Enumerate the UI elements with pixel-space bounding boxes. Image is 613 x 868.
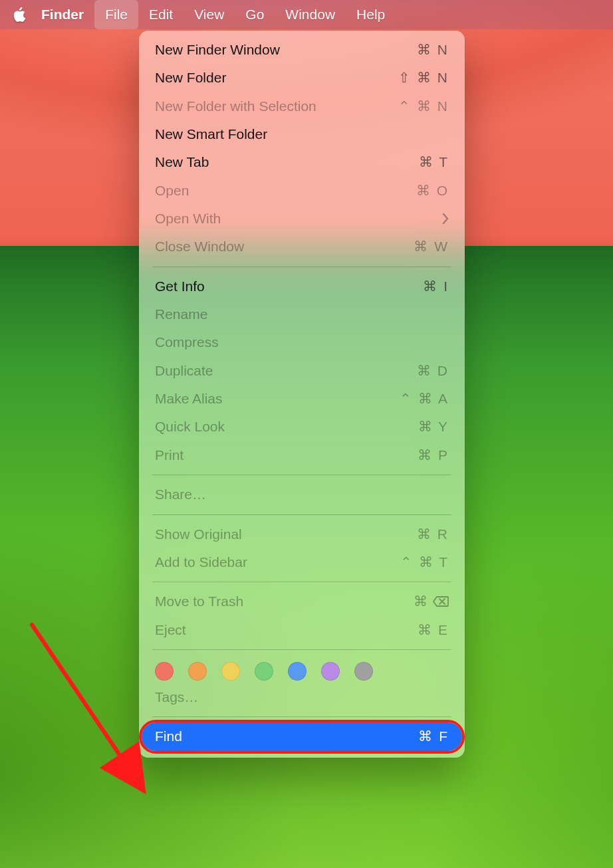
menubar-item-view[interactable]: View (184, 0, 235, 29)
menubar-item-help[interactable]: Help (346, 0, 396, 29)
menu-separator (152, 716, 451, 717)
menu-separator (152, 582, 451, 582)
menu-duplicate: Duplicate ⌘ D (139, 357, 465, 385)
menu-find[interactable]: Find ⌘ F (142, 722, 462, 750)
menu-show-original: Show Original ⌘ R (139, 520, 465, 548)
tag-color-gray[interactable] (354, 662, 373, 681)
tag-color-green[interactable] (255, 662, 273, 681)
menu-quick-look: Quick Look ⌘ Y (139, 413, 465, 441)
desktop: Finder File Edit View Go Window Help New… (0, 0, 613, 868)
menu-print: Print ⌘ P (139, 441, 465, 469)
svg-line-0 (32, 625, 142, 788)
menu-add-to-sidebar: Add to Sidebar ⌃ ⌘ T (139, 548, 465, 576)
tag-color-yellow[interactable] (221, 662, 240, 681)
menu-separator (152, 475, 451, 475)
annotation-highlight-ring (139, 720, 465, 753)
apple-menu[interactable] (8, 7, 31, 22)
chevron-right-icon (442, 213, 449, 224)
menu-open: Open ⌘ O (139, 177, 465, 205)
menu-new-tab[interactable]: New Tab ⌘ T (139, 148, 465, 176)
menu-new-smart-folder[interactable]: New Smart Folder (139, 120, 465, 148)
menu-rename: Rename (139, 300, 465, 328)
menu-open-with: Open With (139, 205, 465, 233)
menu-tags: Tags… (139, 683, 465, 711)
menubar-app-name[interactable]: Finder (31, 0, 94, 29)
menu-close-window: Close Window ⌘ W (139, 233, 465, 261)
menu-new-finder-window[interactable]: New Finder Window ⌘ N (139, 36, 465, 64)
apple-logo-icon (12, 7, 27, 22)
menu-separator (152, 514, 451, 515)
menu-separator (152, 649, 451, 650)
menu-get-info[interactable]: Get Info ⌘ I (139, 272, 465, 300)
menu-eject: Eject ⌘ E (139, 616, 465, 644)
tag-color-row (139, 655, 465, 683)
tag-color-purple[interactable] (321, 662, 340, 681)
delete-backward-icon (433, 596, 449, 607)
menu-separator (152, 267, 451, 267)
menubar: Finder File Edit View Go Window Help (0, 0, 613, 29)
menu-share: Share… (139, 481, 465, 508)
menu-new-folder[interactable]: New Folder ⇧ ⌘ N (139, 64, 465, 92)
file-menu-dropdown: New Finder Window ⌘ N New Folder ⇧ ⌘ N N… (139, 31, 465, 758)
tag-color-red[interactable] (155, 662, 174, 681)
menubar-item-window[interactable]: Window (275, 0, 346, 29)
menu-compress: Compress (139, 328, 465, 356)
tag-color-blue[interactable] (288, 662, 306, 681)
menubar-item-edit[interactable]: Edit (138, 0, 184, 29)
tag-color-orange[interactable] (188, 662, 207, 681)
menu-move-to-trash: Move to Trash ⌘ (139, 588, 465, 615)
menubar-item-go[interactable]: Go (235, 0, 275, 29)
menubar-item-file[interactable]: File (94, 0, 138, 29)
menu-make-alias: Make Alias ⌃ ⌘ A (139, 385, 465, 413)
menu-new-folder-with-selection: New Folder with Selection ⌃ ⌘ N (139, 92, 465, 120)
